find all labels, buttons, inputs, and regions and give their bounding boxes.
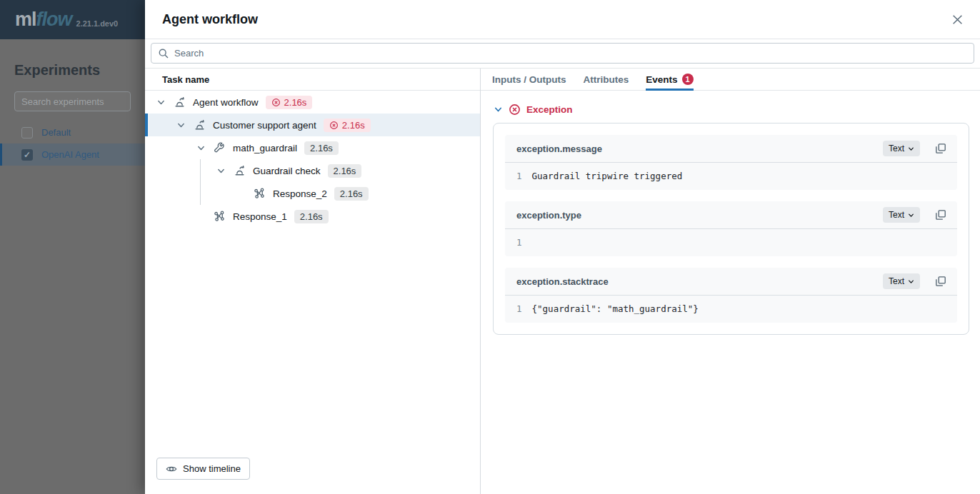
task-tree-pane: Task name Agent workflow xyxy=(145,69,481,494)
close-icon[interactable] xyxy=(949,11,966,28)
tree-row-agent-workflow[interactable]: Agent workflow 2.16s xyxy=(145,91,480,114)
agent-icon xyxy=(193,119,206,131)
mlflow-logo: ml xyxy=(15,9,36,31)
chevron-down-icon[interactable] xyxy=(494,105,503,114)
mlflow-navbar: mlflow 2.21.1.dev0 xyxy=(0,0,145,39)
tab-attributes[interactable]: Attributes xyxy=(584,69,629,90)
format-select[interactable]: Text xyxy=(883,141,920,156)
experiment-item-openai-agent[interactable]: ✓ OpenAI Agent xyxy=(0,143,145,166)
tree-row-customer-support-agent[interactable]: Customer support agent 2.16s xyxy=(145,114,480,136)
tree-row-label: Response_1 xyxy=(233,211,287,222)
graph-icon xyxy=(253,187,266,200)
checkbox-unchecked[interactable] xyxy=(21,127,33,138)
tree-row-label: Customer support agent xyxy=(213,120,316,131)
experiment-item-default[interactable]: Default xyxy=(0,121,145,143)
exception-section-title: Exception xyxy=(526,104,573,115)
task-name-header: Task name xyxy=(145,69,480,91)
search-icon xyxy=(158,48,169,59)
duration-badge: 2.16s xyxy=(294,210,329,223)
error-circle-icon xyxy=(509,104,521,116)
checkbox-checked[interactable]: ✓ xyxy=(21,149,33,161)
experiment-label: OpenAI Agent xyxy=(41,149,99,160)
tab-inputs-outputs[interactable]: Inputs / Outputs xyxy=(492,69,566,90)
duration-badge: 2.16s xyxy=(304,141,339,155)
span-detail-pane: Inputs / Outputs Attributes Events 1 Exc… xyxy=(481,69,980,494)
experiments-sidebar: mlflow 2.21.1.dev0 Experiments Default ✓… xyxy=(0,0,145,494)
modal-title: Agent workflow xyxy=(162,12,258,27)
graph-icon xyxy=(213,210,226,223)
copy-icon[interactable] xyxy=(934,142,947,155)
mlflow-logo-flow: flow xyxy=(36,9,72,31)
modal-search-row xyxy=(145,39,980,69)
exception-card-group: exception.message Text 1 Guardrail t xyxy=(493,123,969,335)
detail-tabs: Inputs / Outputs Attributes Events 1 xyxy=(481,69,980,91)
tree-row-response-1[interactable]: Response_1 2.16s xyxy=(145,205,480,228)
tree-row-label: Guardrail check xyxy=(253,166,321,176)
duration-badge: 2.16s xyxy=(334,187,369,201)
chevron-down-icon[interactable] xyxy=(155,96,166,108)
agent-icon xyxy=(173,96,186,109)
chevron-spacer xyxy=(235,188,246,199)
attribute-key: exception.type xyxy=(516,210,581,221)
events-count-badge: 1 xyxy=(682,74,694,85)
format-select[interactable]: Text xyxy=(883,273,920,289)
mlflow-version: 2.21.1.dev0 xyxy=(76,19,119,28)
format-select[interactable]: Text xyxy=(883,207,920,223)
code-block: 1 Guardrail tripwire triggered xyxy=(505,163,957,190)
tree-row-guardrail-check[interactable]: Guardrail check 2.16s xyxy=(145,159,480,182)
chevron-down-icon[interactable] xyxy=(215,165,226,176)
duration-badge-error: 2.16s xyxy=(266,96,313,109)
code-block: 1 {"guardrail": "math_guardrail"} xyxy=(505,296,957,323)
show-timeline-button[interactable]: Show timeline xyxy=(156,458,250,480)
tree-row-label: Agent workflow xyxy=(193,97,259,108)
tree-row-label: Response_2 xyxy=(273,188,327,199)
attribute-key: exception.stacktrace xyxy=(516,276,609,287)
exception-stacktrace-card: exception.stacktrace Text 1 {"guardr xyxy=(505,268,957,323)
duration-badge-error: 2.16s xyxy=(324,119,371,132)
duration-badge: 2.16s xyxy=(328,164,362,178)
modal-header: Agent workflow xyxy=(145,0,980,39)
exception-type-card: exception.type Text 1 xyxy=(505,201,957,256)
experiments-title: Experiments xyxy=(14,62,145,79)
tree-row-response-2[interactable]: Response_2 2.16s xyxy=(145,182,480,205)
chevron-spacer xyxy=(195,211,206,222)
tree-row-label: math_guardrail xyxy=(233,143,297,153)
agent-icon xyxy=(233,164,246,177)
tab-events[interactable]: Events 1 xyxy=(646,69,693,90)
tree-row-math-guardrail[interactable]: math_guardrail 2.16s xyxy=(145,136,480,159)
search-experiments-input[interactable] xyxy=(14,91,131,111)
chevron-down-icon[interactable] xyxy=(195,142,206,153)
exception-message-card: exception.message Text 1 Guardrail t xyxy=(505,135,957,190)
eye-icon xyxy=(166,463,177,475)
copy-icon[interactable] xyxy=(934,208,947,221)
wrench-icon xyxy=(213,141,226,154)
search-input[interactable] xyxy=(151,43,974,64)
copy-icon[interactable] xyxy=(934,275,947,288)
code-block: 1 xyxy=(505,229,957,256)
attribute-key: exception.message xyxy=(516,143,602,154)
chevron-down-icon[interactable] xyxy=(175,119,186,131)
trace-detail-modal: Agent workflow Task name xyxy=(145,0,980,494)
experiment-label: Default xyxy=(41,127,71,138)
